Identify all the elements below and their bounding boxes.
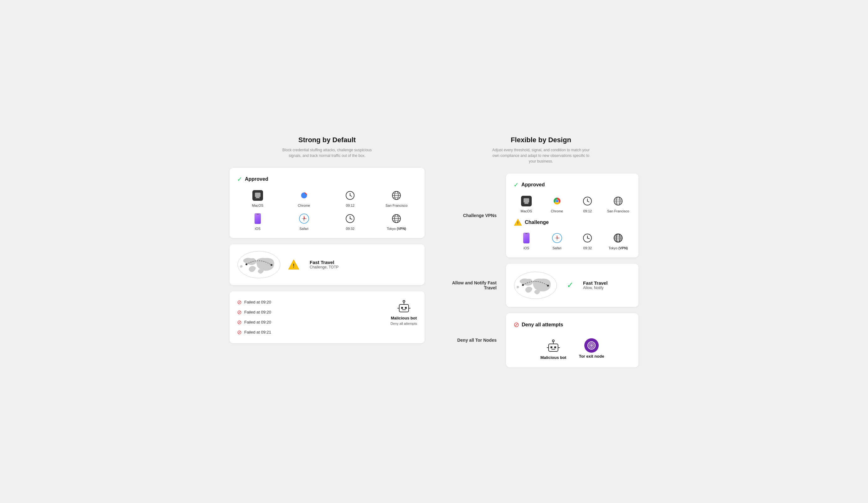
location-item-2: Tokyo (VPN): [376, 212, 417, 230]
ios-item: iOS: [237, 212, 278, 230]
right-map-container: [514, 271, 557, 299]
svg-point-87: [522, 284, 524, 286]
svg-point-57: [556, 200, 558, 202]
right-ios-label: iOS: [524, 246, 529, 250]
safari-icon: [298, 212, 310, 225]
page: Strong by Default Block credential stuff…: [217, 117, 651, 386]
allow-check-icon: ✓: [567, 280, 574, 290]
svg-rect-1: [255, 193, 260, 197]
left-header: Strong by Default Block credential stuff…: [229, 136, 425, 158]
right-approved-check-icon: ✓: [514, 181, 519, 188]
right-time-item-1: 09:12: [575, 195, 601, 213]
svg-rect-53: [524, 203, 529, 204]
deny-all-label: Deny all attempts: [522, 322, 563, 328]
right-challenge-label: Challenge: [525, 219, 549, 225]
macos-item: MacOS: [237, 189, 278, 207]
deny-item-2: ⊘ Failed at 09:20: [237, 309, 381, 316]
right-column: Flexible by Design Adjust every threshol…: [443, 136, 639, 367]
macos-label: MacOS: [252, 204, 264, 207]
svg-rect-92: [551, 349, 555, 350]
clock-icon-1: [344, 189, 356, 202]
svg-rect-3: [256, 198, 260, 198]
right-fasttravel-subtitle: Allow, Notify: [583, 286, 608, 290]
ios-icon: [251, 212, 264, 225]
globe-icon-2: [390, 212, 403, 225]
fasttravel-subtitle: Challenge, TOTP: [310, 265, 339, 269]
bot-label-left: Malicious bot: [391, 316, 417, 320]
right-world-map-svg: [514, 271, 557, 299]
svg-text:!: !: [293, 263, 294, 268]
tor-label: Tor exit node: [579, 354, 604, 359]
svg-rect-18: [257, 214, 259, 215]
svg-rect-90: [550, 346, 552, 348]
right-ios-icon: [520, 232, 533, 244]
right-challenge-icons: iOS: [514, 232, 631, 250]
clock-icon-2: [344, 212, 356, 225]
tor-section: Tor exit node: [579, 338, 604, 360]
deny-icons-row: Malicious bot: [514, 335, 631, 360]
right-deny-card: ⊘ Deny all attempts: [506, 313, 639, 367]
svg-point-32: [350, 218, 351, 219]
right-macos-icon: [520, 195, 533, 207]
challenge-vpns-row: Challenge VPNs ✓ Approved: [443, 174, 639, 257]
time-item-1: 09:12: [330, 189, 371, 207]
left-deny-card: ⊘ Failed at 09:20 ⊘ Failed at 09:20 ⊘ Fa…: [229, 291, 425, 343]
svg-rect-52: [525, 203, 528, 203]
svg-point-100: [591, 345, 592, 346]
left-subtitle: Block credential stuffing attacks, chall…: [277, 147, 377, 158]
deny-text-1: Failed at 09:20: [244, 300, 271, 305]
right-subtitle: Adjust every threshold, signal, and cond…: [491, 147, 591, 164]
right-approved-header: ✓ Approved: [514, 181, 631, 188]
right-deny-all-header: ⊘ Deny all attempts: [514, 321, 631, 329]
right-clock-icon-1: [581, 195, 594, 207]
approved-header: ✓ Approved: [237, 175, 417, 183]
deny-item-1: ⊘ Failed at 09:20: [237, 299, 381, 306]
right-approved-card: ✓ Approved: [506, 174, 639, 257]
safari-item: Safari: [283, 212, 325, 230]
svg-rect-51: [524, 198, 529, 203]
tor-icon: [584, 338, 599, 353]
right-location-item-2: Tokyo (VPN): [605, 232, 631, 250]
right-bot-label: Malicious bot: [540, 355, 567, 360]
challenge-vpns-label: Challenge VPNs: [443, 213, 500, 218]
chrome-label: Chrome: [298, 204, 310, 207]
svg-rect-91: [554, 346, 556, 348]
right-bot-section: Malicious bot: [540, 338, 567, 360]
bot-icon-left: [396, 299, 412, 315]
left-approved-card: ✓ Approved: [229, 168, 425, 238]
fasttravel-title: Fast Travel: [310, 260, 339, 265]
deny-content: ⊘ Failed at 09:20 ⊘ Failed at 09:20 ⊘ Fa…: [237, 299, 417, 336]
globe-icon-1: [390, 189, 403, 202]
bot-sublabel-left: Deny all attempts: [391, 322, 417, 326]
right-challenge-header: ! Challenge: [514, 218, 631, 227]
right-fasttravel-title: Fast Travel: [583, 280, 608, 286]
svg-rect-17: [255, 213, 261, 224]
right-time-label-1: 09:12: [583, 209, 592, 213]
deny-icon-4: ⊘: [237, 329, 242, 336]
right-map-check-icon: ✓: [567, 280, 574, 290]
right-location-item-1: San Francisco: [605, 195, 631, 213]
ios-label: iOS: [255, 227, 260, 230]
svg-rect-44: [405, 307, 407, 309]
location-item-1: San Francisco: [376, 189, 417, 207]
macos-icon: [251, 189, 264, 202]
right-bot-icon: [546, 338, 561, 354]
right-approved-icons: MacOS: [514, 195, 631, 213]
deny-circle-icon: ⊘: [514, 321, 519, 329]
svg-rect-69: [525, 233, 528, 234]
bot-section-left: Malicious bot Deny all attempts: [391, 299, 417, 326]
svg-rect-89: [549, 344, 558, 351]
fasttravel-map-icon-warning: !: [287, 258, 300, 271]
deny-list: ⊘ Failed at 09:20 ⊘ Failed at 09:20 ⊘ Fa…: [237, 299, 381, 336]
svg-rect-42: [399, 305, 409, 312]
svg-point-80: [587, 237, 588, 238]
left-column: Strong by Default Block credential stuff…: [229, 136, 425, 367]
deny-icon-3: ⊘: [237, 319, 242, 326]
time-label-2: 09:32: [346, 227, 355, 230]
svg-point-40: [270, 264, 272, 266]
right-safari-item: Safari: [544, 232, 570, 250]
right-ios-item: iOS: [514, 232, 539, 250]
deny-text-2: Failed at 09:20: [244, 310, 271, 315]
right-cards-section: Challenge VPNs ✓ Approved: [443, 174, 639, 367]
deny-item-4: ⊘ Failed at 09:21: [237, 329, 381, 336]
